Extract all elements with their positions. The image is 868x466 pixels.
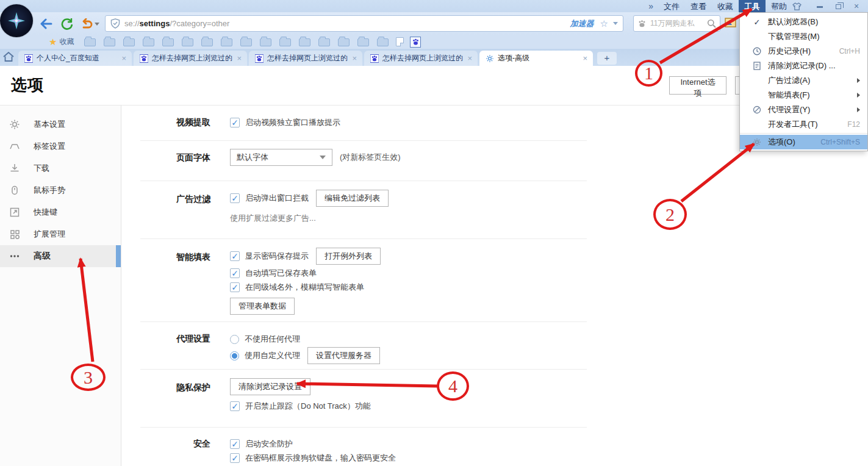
checkbox-password-save-hint[interactable]: ✓: [230, 251, 240, 261]
checkbox-do-not-track[interactable]: ✓: [230, 401, 240, 411]
checkbox-fuzzy-fill[interactable]: ✓: [230, 282, 240, 292]
open-exceptions-button[interactable]: 打开例外列表: [316, 248, 381, 265]
menu-item-default-browser[interactable]: ✓ 默认浏览器(B): [740, 15, 867, 29]
tab-options-advanced[interactable]: 选项-高级 ×: [479, 51, 593, 66]
close-button[interactable]: ×: [847, 0, 866, 12]
bookmark-folder-icon[interactable]: [279, 38, 291, 46]
restore-button[interactable]: [829, 0, 847, 12]
bookmark-folder-icon[interactable]: [162, 38, 174, 46]
bookmark-folder-icon[interactable]: [260, 38, 271, 46]
address-bar[interactable]: se://settings/?category=other 加速器 ☆: [105, 15, 623, 32]
menu-favorites[interactable]: 收藏: [712, 0, 739, 12]
search-engine-paw-icon[interactable]: [637, 20, 647, 28]
header-divider: [0, 105, 868, 106]
screenshot-tool-icon[interactable]: [725, 18, 736, 27]
radio-custom-proxy[interactable]: [230, 351, 239, 360]
skin-icon[interactable]: [792, 2, 811, 10]
menu-item-ad-filter[interactable]: 广告过滤(A): [740, 73, 867, 88]
home-button[interactable]: [2, 51, 15, 62]
sidebar-item-extensions[interactable]: 扩展管理: [0, 223, 121, 245]
section-proxy: 代理设置 不使用任何代理 使用自定义代理 设置代理服务器: [140, 332, 380, 364]
sidebar-item-mouse-gestures[interactable]: 鼠标手势: [0, 179, 121, 201]
menu-item-options[interactable]: 选项(O) Ctrl+Shift+S: [740, 135, 867, 149]
checkbox-security-protection[interactable]: ✓: [230, 439, 240, 449]
bookmark-paw-icon[interactable]: [410, 37, 421, 48]
tab-close-icon[interactable]: ×: [581, 54, 589, 63]
manage-form-data-button[interactable]: 管理表单数据: [230, 298, 295, 315]
tab-close-icon[interactable]: ×: [235, 54, 243, 63]
font-select[interactable]: 默认字体: [230, 149, 332, 166]
section-label: 代理设置: [140, 332, 210, 345]
bookmark-star-icon[interactable]: ☆: [600, 18, 608, 29]
more-ad-filter-link[interactable]: 使用扩展过滤更多广告...: [230, 213, 316, 224]
search-magnifier-icon[interactable]: [707, 19, 716, 28]
bookmark-folder-icon[interactable]: [318, 38, 330, 46]
menu-view[interactable]: 查看: [685, 0, 712, 12]
sidebar-item-shortcuts[interactable]: 快捷键: [0, 201, 121, 223]
checkbox-video-popup-hint[interactable]: ✓: [230, 118, 240, 127]
favorites-star-icon[interactable]: ★: [49, 37, 57, 48]
tab-close-icon[interactable]: ×: [465, 54, 474, 63]
bookmark-folder-icon[interactable]: [299, 38, 310, 46]
tab-how-to-remove-history-2[interactable]: 怎样去掉网页上浏览过的 ×: [249, 51, 362, 66]
tab-close-icon[interactable]: ×: [350, 54, 359, 63]
sidebar-item-download[interactable]: 下载: [0, 157, 121, 179]
menu-item-download-manager[interactable]: 下载管理器(M): [740, 29, 867, 44]
bookmark-folder-icon[interactable]: [240, 38, 252, 46]
sidebar-item-basic-settings[interactable]: 基本设置: [0, 113, 121, 135]
check-icon: ✓: [231, 440, 239, 448]
menu-help[interactable]: 帮助: [766, 0, 792, 12]
sidebar-item-tab-settings[interactable]: 标签设置: [0, 135, 121, 157]
bookmark-folder-icon[interactable]: [143, 38, 154, 46]
address-dropdown-caret[interactable]: [613, 22, 618, 25]
new-tab-button[interactable]: +: [597, 52, 617, 65]
checkbox-soft-keyboard[interactable]: ✓: [230, 453, 240, 463]
sidebar-item-advanced[interactable]: 高级: [0, 245, 121, 267]
checkbox-autofill-saved-forms[interactable]: ✓: [230, 268, 240, 278]
menu-item-developer-tools[interactable]: 开发者工具(T) F12: [740, 117, 867, 132]
bookmark-folder-icon[interactable]: [84, 38, 96, 46]
clear-browsing-history-settings-button[interactable]: 清除浏览记录设置: [230, 378, 310, 395]
menu-item-history[interactable]: 历史记录(H) Ctrl+H: [740, 44, 867, 59]
refresh-button[interactable]: [59, 16, 75, 32]
bookmark-page-icon[interactable]: [396, 37, 404, 46]
menu-separator: [740, 133, 867, 134]
back-button[interactable]: [38, 16, 54, 32]
edit-filter-whitelist-button[interactable]: 编辑免过滤列表: [316, 190, 389, 207]
gear-icon: [9, 119, 20, 130]
tab-title: 怎样去掉网页上浏览过的: [152, 53, 235, 63]
tab-how-to-remove-history-3[interactable]: 怎样去掉网页上浏览过的 ×: [364, 51, 478, 66]
tab-how-to-remove-history-1[interactable]: 怎样去掉网页上浏览过的 ×: [134, 51, 247, 66]
bookmark-folder-icon[interactable]: [357, 38, 369, 46]
menu-file[interactable]: 文件: [658, 0, 685, 12]
menu-item-label: 智能填表(F): [768, 90, 857, 101]
menu-item-proxy-settings[interactable]: 代理设置(Y): [740, 102, 867, 117]
bookmark-folder-icon[interactable]: [338, 38, 350, 46]
tab-close-icon[interactable]: ×: [120, 54, 128, 63]
minimize-button[interactable]: [811, 0, 829, 12]
menu-item-label: 代理设置(Y): [768, 104, 857, 115]
browser-avatar-logo[interactable]: [0, 4, 33, 37]
bookmark-folder-icon[interactable]: [201, 38, 213, 46]
checkbox-popup-blocker[interactable]: ✓: [230, 193, 240, 203]
radio-no-proxy[interactable]: [230, 335, 239, 344]
bookmark-folder-icon[interactable]: [104, 38, 115, 46]
bookmark-folder-icon[interactable]: [221, 38, 232, 46]
menu-item-clear-browsing-history[interactable]: 清除浏览记录(D) ...: [740, 59, 867, 73]
menu-tools[interactable]: 工具: [739, 0, 766, 12]
toolbar-overflow-chevron[interactable]: »: [644, 1, 658, 11]
bookmark-folder-icon[interactable]: [182, 38, 193, 46]
menu-shortcut: Ctrl+Shift+S: [820, 138, 867, 146]
bookmark-folder-icon[interactable]: [123, 38, 135, 46]
set-proxy-server-button[interactable]: 设置代理服务器: [307, 347, 380, 364]
favorites-label[interactable]: 收藏: [59, 37, 74, 47]
bookmark-folder-icon[interactable]: [377, 38, 389, 46]
internet-options-button[interactable]: Internet选项: [669, 76, 726, 95]
tab-baidu-personal-center[interactable]: 个人中心_百度知道 ×: [18, 51, 132, 66]
undo-dropdown-caret[interactable]: [93, 16, 101, 32]
accelerator-label[interactable]: 加速器: [570, 18, 594, 29]
search-input[interactable]: 11万网购走私: [633, 15, 720, 32]
site-security-shield-icon[interactable]: [110, 18, 120, 29]
checkbox-label: 开启禁止跟踪（Do Not Track）功能: [245, 401, 371, 412]
menu-item-autofill[interactable]: 智能填表(F): [740, 88, 867, 102]
